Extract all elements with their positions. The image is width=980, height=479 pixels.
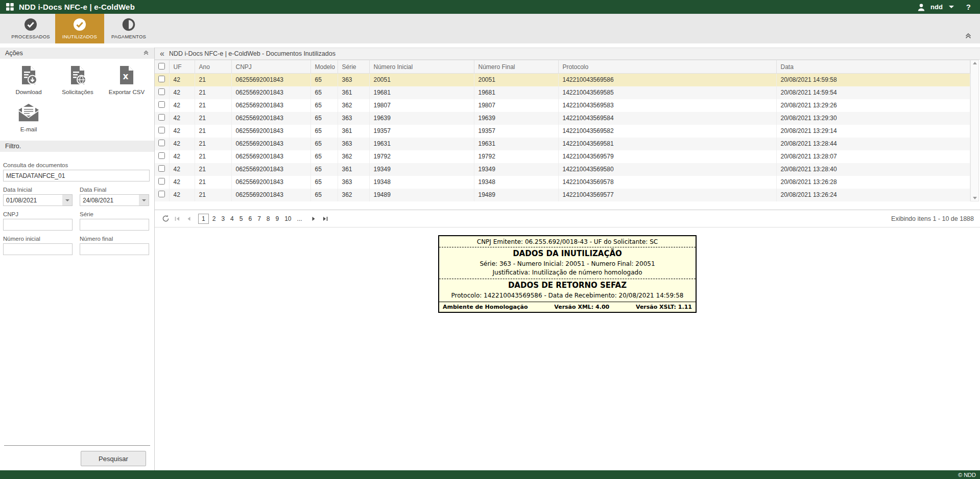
next-page-button[interactable] [309, 214, 318, 223]
scroll-up-arrow-icon[interactable] [973, 62, 977, 64]
data-inicial-label: Data Inicial [3, 187, 73, 193]
data-inicial-dropdown-button[interactable] [62, 195, 72, 206]
table-row[interactable]: 4221062556920018436536320051200511422100… [155, 74, 970, 86]
page-number[interactable]: 2 [210, 214, 218, 223]
row-checkbox[interactable] [158, 88, 165, 95]
exportar-csv-button[interactable]: x Exportar CSV [102, 65, 151, 95]
vertical-scrollbar[interactable] [970, 60, 979, 201]
select-all-checkbox[interactable] [158, 63, 165, 70]
page-number[interactable]: 10 [282, 214, 293, 223]
last-page-button[interactable] [321, 214, 330, 223]
user-menu[interactable]: ndd [930, 3, 943, 11]
protocolo-line: Protocolo: 142210043569586 - Data de Rec… [439, 291, 696, 300]
table-cell: 65 [310, 163, 338, 176]
page-number[interactable]: 9 [274, 214, 281, 223]
consulta-select[interactable]: METADATANFCE_01 [3, 170, 150, 181]
half-circle-icon [122, 18, 135, 31]
page-ellipsis[interactable]: ... [295, 214, 304, 223]
help-button[interactable]: ? [966, 3, 971, 11]
numero-inicial-label: Número inicial [3, 236, 73, 242]
column-header-protocolo[interactable]: Protocolo [558, 60, 776, 74]
tab-pagamentos[interactable]: PAGAMENTOS [104, 14, 153, 43]
breadcrumb-bar: « NDD i-Docs NFC-e | e-ColdWeb - Documen… [155, 48, 980, 60]
table-row[interactable]: 4221062556920018436536119681196811422100… [155, 86, 970, 99]
column-header-serie[interactable]: Série [338, 60, 369, 74]
first-page-button[interactable] [173, 214, 182, 223]
row-checkbox[interactable] [158, 152, 165, 159]
column-header-ano[interactable]: Ano [195, 60, 231, 74]
page-number[interactable]: 5 [237, 214, 245, 223]
page-number[interactable]: 7 [255, 214, 263, 223]
row-checkbox-cell [155, 138, 169, 150]
solicitacoes-button[interactable]: Solicitações [53, 65, 102, 95]
page-number-current[interactable]: 1 [198, 214, 209, 224]
table-row[interactable]: 4221062556920018436536119349193491422100… [155, 163, 970, 176]
table-cell: 42 [169, 150, 195, 163]
serie-input[interactable] [80, 219, 149, 231]
app-grid-icon[interactable] [6, 3, 14, 11]
email-button[interactable]: E-mail [4, 103, 53, 132]
tab-inutilizados[interactable]: INUTILIZADOS [55, 14, 104, 43]
column-header-data[interactable]: Data [776, 60, 970, 74]
column-header-numero-inicial[interactable]: Número Inicial [369, 60, 474, 74]
table-cell: 142210043569583 [558, 99, 776, 112]
page-number[interactable]: 3 [219, 214, 227, 223]
row-checkbox[interactable] [158, 101, 165, 108]
preview-footer: Ambiente de Homologação Versão XML: 4.00… [439, 302, 696, 312]
column-header-cnpj[interactable]: CNPJ [231, 60, 310, 74]
cnpj-input[interactable] [3, 219, 73, 231]
row-checkbox[interactable] [158, 76, 165, 82]
page-number[interactable]: 4 [228, 214, 236, 223]
user-caret-down-icon[interactable] [949, 6, 954, 8]
serie-label: Série [80, 211, 149, 217]
table-cell: 65 [310, 112, 338, 125]
page-number[interactable]: 8 [265, 214, 272, 223]
column-header-numero-final[interactable]: Número Final [474, 60, 558, 74]
sidebar-collapse-chevrons-left-icon[interactable]: « [160, 50, 164, 58]
action-label: Download [15, 89, 41, 95]
actions-collapse-chevrons-up-icon[interactable] [143, 50, 149, 57]
table-cell: 19357 [369, 125, 474, 138]
table-cell: 21 [195, 189, 231, 201]
previous-page-button[interactable] [184, 214, 194, 223]
column-header-uf[interactable]: UF [169, 60, 195, 74]
row-checkbox[interactable] [158, 178, 165, 185]
consulta-value: METADATANFCE_01 [6, 172, 65, 179]
row-checkbox[interactable] [158, 140, 165, 146]
pesquisar-button[interactable]: Pesquisar [81, 451, 146, 466]
row-checkbox[interactable] [158, 114, 165, 121]
filter-title: Filtro. [5, 143, 21, 150]
sidebar: Ações Download Solicitações [0, 48, 155, 470]
table-row[interactable]: 4221062556920018436536219792197921422100… [155, 150, 970, 163]
scroll-down-arrow-icon[interactable] [973, 197, 977, 199]
row-checkbox[interactable] [158, 191, 165, 197]
table-row[interactable]: 4221062556920018436536319639196391422100… [155, 112, 970, 125]
page-number[interactable]: 6 [246, 214, 254, 223]
table-cell: 19681 [474, 86, 558, 99]
row-checkbox[interactable] [158, 127, 165, 133]
data-final-dropdown-button[interactable] [139, 195, 149, 206]
filter-panel-header: Filtro. [0, 141, 154, 152]
table-row[interactable]: 4221062556920018436536119357193571422100… [155, 125, 970, 138]
table-cell: 19792 [369, 150, 474, 163]
action-label: Solicitações [62, 89, 93, 95]
row-checkbox-cell [155, 189, 169, 201]
tab-label: PROCESSADOS [11, 34, 50, 39]
table-row[interactable]: 4221062556920018436536219489194891422100… [155, 189, 970, 201]
row-checkbox[interactable] [158, 165, 165, 172]
table-cell: 65 [310, 189, 338, 201]
table-row[interactable]: 4221062556920018436536219807198071422100… [155, 99, 970, 112]
column-header-modelo[interactable]: Modelo [310, 60, 338, 74]
table-cell: 19489 [369, 189, 474, 201]
tab-processados[interactable]: PROCESSADOS [6, 14, 55, 43]
download-button[interactable]: Download [4, 65, 53, 95]
ribbon-collapse-chevrons-up-icon[interactable] [965, 32, 972, 41]
numero-inicial-input[interactable] [3, 243, 73, 255]
numero-final-input[interactable] [80, 243, 149, 255]
actions-panel-header: Ações [0, 48, 154, 59]
row-checkbox-cell [155, 74, 169, 86]
table-cell: 42 [169, 86, 195, 99]
refresh-icon[interactable] [161, 214, 170, 223]
table-row[interactable]: 4221062556920018436536319631196311422100… [155, 138, 970, 150]
table-row[interactable]: 4221062556920018436536319348193481422100… [155, 176, 970, 189]
